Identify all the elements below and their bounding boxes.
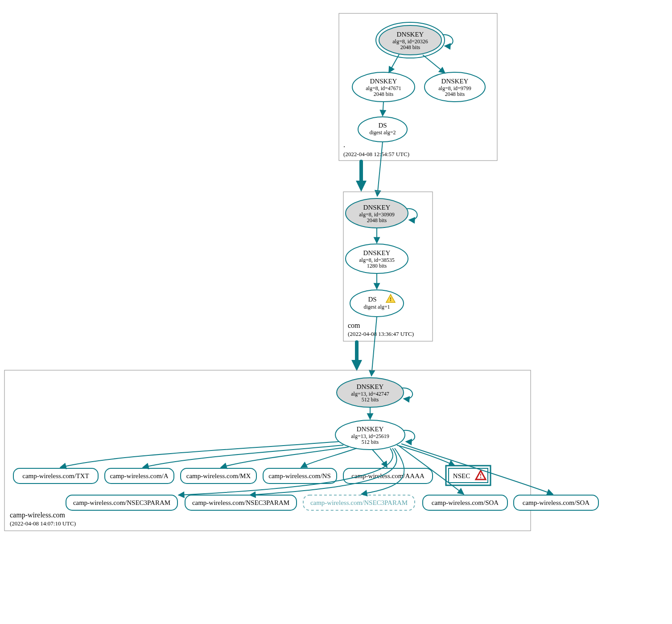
svg-text:DNSKEY: DNSKEY: [363, 249, 391, 256]
domain-ksk: DNSKEY alg=13, id=42747 512 bits: [337, 378, 404, 407]
svg-text:DNSKEY: DNSKEY: [441, 78, 469, 85]
rr-nsec3param-1: camp-wireless.com/NSEC3PARAM: [66, 495, 177, 510]
svg-text:512 bits: 512 bits: [362, 439, 379, 445]
svg-text:digest alg=2: digest alg=2: [369, 129, 396, 136]
zone-com-name: com: [348, 322, 360, 329]
svg-text:!: !: [390, 296, 392, 302]
dnssec-graph: . (2022-04-08 12:54:57 UTC) DNSKEY alg=8…: [0, 0, 672, 624]
rr-soa-1: camp-wireless.com/SOA: [423, 495, 507, 510]
svg-text:DNSKEY: DNSKEY: [363, 204, 391, 211]
rr-nsec3param-3: camp-wireless.com/NSEC3PARAM: [303, 495, 415, 510]
zone-domain-time: (2022-04-08 14:07:10 UTC): [10, 520, 76, 527]
svg-text:alg=8, id=38535: alg=8, id=38535: [359, 257, 395, 263]
zone-com-time: (2022-04-08 13:36:47 UTC): [348, 331, 414, 337]
svg-text:camp-wireless.com/MX: camp-wireless.com/MX: [186, 472, 251, 479]
com-ksk: DNSKEY alg=8, id=30909 2048 bits: [346, 198, 408, 228]
zone-root: . (2022-04-08 12:54:57 UTC) DNSKEY alg=8…: [339, 13, 497, 161]
svg-text:alg=13, id=25619: alg=13, id=25619: [351, 433, 389, 439]
zone-root-name: .: [343, 141, 345, 149]
svg-text:512 bits: 512 bits: [362, 397, 379, 403]
svg-text:alg=8, id=47671: alg=8, id=47671: [366, 85, 401, 91]
svg-text:camp-wireless.com/NSEC3PARAM: camp-wireless.com/NSEC3PARAM: [310, 499, 408, 506]
svg-text:camp-wireless.com/NSEC3PARAM: camp-wireless.com/NSEC3PARAM: [73, 499, 170, 506]
zone-root-time: (2022-04-08 12:54:57 UTC): [343, 151, 409, 157]
svg-marker-17: [356, 181, 367, 192]
svg-text:1280 bits: 1280 bits: [367, 263, 387, 269]
svg-text:2048 bits: 2048 bits: [367, 217, 387, 223]
zone-com: com (2022-04-08 13:36:47 UTC) DNSKEY alg…: [343, 192, 433, 341]
rr-ns: camp-wireless.com/NS: [263, 468, 337, 483]
zone-domain: camp-wireless.com (2022-04-08 14:07:10 U…: [4, 370, 598, 531]
svg-text:DS: DS: [368, 296, 376, 303]
svg-text:camp-wireless.com/TXT: camp-wireless.com/TXT: [22, 472, 89, 479]
root-ksk: DNSKEY alg=8, id=20326 2048 bits: [376, 22, 445, 58]
rr-a: camp-wireless.com/A: [105, 468, 174, 483]
svg-text:camp-wireless.com/AAAA: camp-wireless.com/AAAA: [351, 472, 425, 479]
rr-nsec: NSEC !: [446, 466, 491, 485]
rr-mx: camp-wireless.com/MX: [181, 468, 256, 483]
rr-txt: camp-wireless.com/TXT: [13, 468, 98, 483]
svg-text:DNSKEY: DNSKEY: [370, 78, 397, 85]
svg-text:DNSKEY: DNSKEY: [397, 31, 424, 38]
svg-text:digest alg=1: digest alg=1: [363, 304, 390, 310]
svg-text:!: !: [480, 472, 482, 479]
svg-text:DNSKEY: DNSKEY: [357, 426, 384, 433]
svg-text:alg=13, id=42747: alg=13, id=42747: [351, 391, 389, 397]
root-ds: DS digest alg=2: [358, 117, 407, 142]
rr-soa-2: camp-wireless.com/SOA: [514, 495, 598, 510]
com-ds: DS digest alg=1 !: [350, 290, 404, 317]
svg-marker-31: [351, 360, 362, 371]
svg-text:DNSKEY: DNSKEY: [357, 383, 384, 390]
root-extra-key: DNSKEY alg=8, id=9799 2048 bits: [425, 72, 485, 102]
svg-text:2048 bits: 2048 bits: [374, 91, 394, 97]
com-zsk: DNSKEY alg=8, id=38535 1280 bits: [346, 244, 408, 273]
zone-domain-name: camp-wireless.com: [10, 511, 66, 519]
svg-text:DS: DS: [378, 122, 387, 129]
svg-text:2048 bits: 2048 bits: [400, 44, 421, 50]
svg-text:NSEC: NSEC: [453, 472, 470, 479]
svg-text:alg=8, id=20326: alg=8, id=20326: [392, 38, 428, 45]
svg-text:camp-wireless.com/SOA: camp-wireless.com/SOA: [523, 499, 590, 506]
svg-text:2048 bits: 2048 bits: [445, 91, 465, 97]
root-zsk: DNSKEY alg=8, id=47671 2048 bits: [352, 72, 415, 102]
svg-text:camp-wireless.com/NSEC3PARAM: camp-wireless.com/NSEC3PARAM: [192, 499, 289, 506]
svg-text:camp-wireless.com/NS: camp-wireless.com/NS: [268, 472, 331, 479]
svg-text:camp-wireless.com/SOA: camp-wireless.com/SOA: [432, 499, 499, 506]
domain-zsk: DNSKEY alg=13, id=25619 512 bits: [335, 420, 405, 450]
svg-text:camp-wireless.com/A: camp-wireless.com/A: [110, 472, 168, 479]
svg-text:alg=8, id=9799: alg=8, id=9799: [438, 85, 471, 91]
svg-text:alg=8, id=30909: alg=8, id=30909: [359, 211, 395, 218]
svg-point-27: [350, 290, 404, 317]
rr-nsec3param-2: camp-wireless.com/NSEC3PARAM: [185, 495, 297, 510]
rr-aaaa: camp-wireless.com/AAAA: [343, 468, 433, 483]
